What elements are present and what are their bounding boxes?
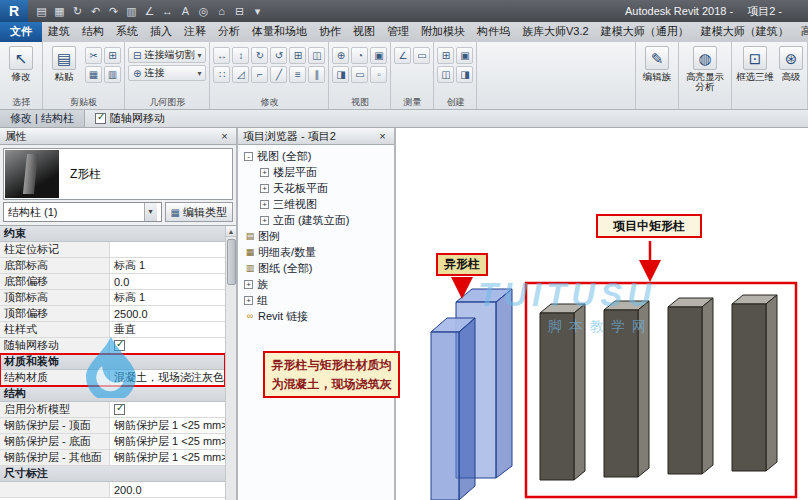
tab-architecture[interactable]: 建筑 bbox=[42, 22, 76, 42]
type-preview[interactable]: Z形柱 bbox=[3, 148, 233, 200]
tree-item-groups[interactable]: +组 bbox=[238, 292, 394, 308]
property-group-dimensions[interactable]: 尺寸标注 bbox=[0, 466, 225, 482]
expand-icon[interactable]: + bbox=[244, 296, 253, 305]
property-group-materials[interactable]: 材质和装饰 bbox=[0, 354, 225, 370]
tree-item-legends[interactable]: ▤图例 bbox=[238, 228, 394, 244]
create-group-icon[interactable]: ⊞ bbox=[437, 47, 454, 64]
rect-column-1[interactable] bbox=[540, 304, 585, 480]
property-group-constraints[interactable]: 约束 bbox=[0, 226, 225, 242]
redo-icon[interactable]: ↷ bbox=[105, 3, 122, 20]
delete-icon[interactable]: ∥ bbox=[308, 66, 325, 83]
create-parts-icon[interactable]: ◨ bbox=[456, 66, 473, 83]
expand-icon[interactable]: + bbox=[260, 200, 269, 209]
property-group-structural[interactable]: 结构 bbox=[0, 386, 225, 402]
move-icon[interactable]: ↔ bbox=[213, 47, 230, 64]
tab-manage[interactable]: 管理 bbox=[381, 22, 415, 42]
displace-elements-icon[interactable]: ▭ bbox=[351, 66, 368, 83]
pin-icon[interactable]: ≡ bbox=[289, 66, 306, 83]
revit-logo-icon[interactable]: R bbox=[0, 0, 28, 22]
measure-tool-icon[interactable]: ∠ bbox=[394, 47, 411, 64]
tree-item-schedules[interactable]: ▦明细表/数量 bbox=[238, 244, 394, 260]
tab-analyze[interactable]: 分析 bbox=[212, 22, 246, 42]
expand-icon[interactable]: + bbox=[260, 216, 269, 225]
text-icon[interactable]: A bbox=[177, 3, 194, 20]
tab-structure[interactable]: 结构 bbox=[76, 22, 110, 42]
edit-family-button[interactable]: ✎ 编辑族 bbox=[639, 44, 675, 82]
scrollbar-thumb[interactable] bbox=[227, 239, 236, 285]
open-icon[interactable]: ▤ bbox=[33, 3, 50, 20]
advanced-button[interactable]: ⊛ 高级 bbox=[778, 44, 804, 82]
tree-item-3d-views[interactable]: +三维视图 bbox=[238, 196, 394, 212]
expand-icon[interactable]: + bbox=[260, 184, 269, 193]
create-similar-icon[interactable]: ▣ bbox=[456, 47, 473, 64]
align-icon[interactable]: ∷ bbox=[213, 66, 230, 83]
paste-button[interactable]: ▤ 粘贴 bbox=[46, 44, 82, 82]
create-assembly-icon[interactable]: ◫ bbox=[437, 66, 454, 83]
properties-header[interactable]: 属性 × bbox=[0, 128, 236, 145]
tab-advanced[interactable]: 高级 bbox=[795, 22, 808, 42]
override-graphics-icon[interactable]: ◔ bbox=[351, 47, 368, 64]
scroll-up-icon[interactable]: ▲ bbox=[226, 226, 236, 237]
tree-item-families[interactable]: +族 bbox=[238, 276, 394, 292]
drawing-area[interactable]: TUITUSU 脚本教学网 项目中矩形柱 异形柱 bbox=[396, 128, 808, 500]
customize-qat-icon[interactable]: ▾ bbox=[249, 3, 266, 20]
type-selector-dropdown[interactable]: 结构柱 (1) ▾ bbox=[3, 202, 162, 222]
box-select-3d-button[interactable]: ⊡ 框选三维 bbox=[735, 44, 775, 82]
tree-item-views[interactable]: -视图 (全部) bbox=[238, 148, 394, 164]
tab-addins[interactable]: 附加模块 bbox=[415, 22, 471, 42]
default-3d-view-icon[interactable]: ⌂ bbox=[213, 3, 230, 20]
sync-icon[interactable]: ↻ bbox=[69, 3, 86, 20]
z-shaped-column[interactable] bbox=[431, 289, 512, 500]
move-with-grids-checkbox[interactable] bbox=[95, 113, 106, 124]
tab-component-hub[interactable]: 构件坞 bbox=[471, 22, 516, 42]
paste-options-icon[interactable]: ▥ bbox=[104, 66, 121, 83]
rotate-icon[interactable]: ↻ bbox=[251, 47, 268, 64]
checkbox[interactable] bbox=[114, 404, 125, 415]
tab-insert[interactable]: 插入 bbox=[144, 22, 178, 42]
expand-icon[interactable]: + bbox=[244, 280, 253, 289]
tree-item-ceiling-plans[interactable]: +天花板平面 bbox=[238, 180, 394, 196]
project-browser-header[interactable]: 项目浏览器 - 项目2 × bbox=[238, 128, 394, 145]
collapse-icon[interactable]: - bbox=[244, 152, 253, 161]
tab-family-library-master[interactable]: 族库大师V3.2 bbox=[516, 22, 595, 42]
undo-icon[interactable]: ↶ bbox=[87, 3, 104, 20]
close-icon[interactable]: × bbox=[218, 130, 231, 142]
cut-profile-icon[interactable]: ◨ bbox=[332, 66, 349, 83]
reveal-hidden-icon[interactable]: ▫ bbox=[370, 66, 387, 83]
dimension-tool-icon[interactable]: ▭ bbox=[413, 47, 430, 64]
print-icon[interactable]: ▥ bbox=[123, 3, 140, 20]
tree-item-revit-links[interactable]: ∞Revit 链接 bbox=[238, 308, 394, 324]
copy-icon[interactable]: ↕ bbox=[232, 47, 249, 64]
tree-item-elevations[interactable]: +立面 (建筑立面) bbox=[238, 212, 394, 228]
checkbox[interactable] bbox=[114, 340, 125, 351]
aligned-dimension-icon[interactable]: ↔ bbox=[159, 3, 176, 20]
join-end-cut-button[interactable]: ⊟ 连接端切割 ▾ bbox=[128, 47, 206, 63]
array-icon[interactable]: ⊞ bbox=[289, 47, 306, 64]
tab-modeling-master-general[interactable]: 建模大师（通用） bbox=[595, 22, 695, 42]
browse-material-button[interactable] bbox=[224, 372, 225, 384]
chevron-down-icon[interactable]: ▾ bbox=[144, 203, 157, 221]
save-icon[interactable]: ▦ bbox=[51, 3, 68, 20]
hide-element-icon[interactable]: ⊕ bbox=[332, 47, 349, 64]
trim-icon[interactable]: ⌐ bbox=[251, 66, 268, 83]
join-button[interactable]: ⊕ 连接 ▾ bbox=[128, 65, 206, 81]
tab-collaborate[interactable]: 协作 bbox=[313, 22, 347, 42]
move-with-grids-option[interactable]: 随轴网移动 bbox=[95, 111, 165, 126]
tree-item-sheets[interactable]: ▥图纸 (全部) bbox=[238, 260, 394, 276]
cut-to-clipboard-icon[interactable]: ✂ bbox=[85, 47, 102, 64]
context-tab-label[interactable]: 修改 | 结构柱 bbox=[0, 110, 85, 127]
tab-systems[interactable]: 系统 bbox=[110, 22, 144, 42]
scale-icon[interactable]: ◫ bbox=[308, 47, 325, 64]
tab-annotate[interactable]: 注释 bbox=[178, 22, 212, 42]
linework-icon[interactable]: ▣ bbox=[370, 47, 387, 64]
3d-view[interactable] bbox=[396, 128, 808, 500]
offset-icon[interactable]: ◿ bbox=[232, 66, 249, 83]
modify-button[interactable]: ↖ 修改 bbox=[3, 44, 39, 82]
measure-icon[interactable]: ∠ bbox=[141, 3, 158, 20]
split-icon[interactable]: ╱ bbox=[270, 66, 287, 83]
tree-item-floor-plans[interactable]: +楼层平面 bbox=[238, 164, 394, 180]
properties-scrollbar[interactable]: ▲ bbox=[225, 226, 236, 500]
section-icon[interactable]: ⊟ bbox=[231, 3, 248, 20]
rect-column-2[interactable] bbox=[604, 301, 649, 477]
tab-file[interactable]: 文件 bbox=[0, 22, 42, 42]
